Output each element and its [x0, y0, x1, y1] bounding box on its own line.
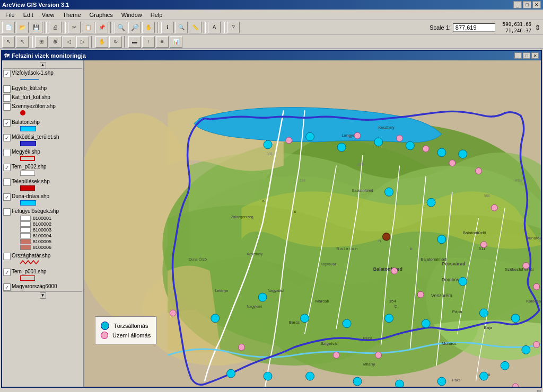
- layer-egyeb-kut-check[interactable]: [3, 85, 11, 93]
- layer-balaton-check[interactable]: ✓: [3, 119, 11, 127]
- inner-maximize-button[interactable]: □: [523, 52, 530, 59]
- menu-help[interactable]: Help: [147, 11, 166, 19]
- zoom-next-button[interactable]: ▷: [76, 36, 89, 48]
- scale-input[interactable]: [453, 23, 495, 32]
- layer-orszaghatár[interactable]: Országhatár.shp: [3, 252, 82, 268]
- zoom-out-button[interactable]: 🔎: [128, 22, 141, 33]
- print-button[interactable]: 🖨: [49, 22, 62, 33]
- north-arrow-button[interactable]: ↑: [142, 36, 155, 48]
- svg-point-88: [523, 263, 529, 269]
- layer-felugyelo-check[interactable]: [3, 208, 11, 216]
- layer-mukodesi[interactable]: ✓ Működési_terület.sh: [3, 133, 82, 148]
- identify-button[interactable]: ℹ: [161, 22, 174, 33]
- layer-mukodesi-check[interactable]: ✓: [3, 134, 11, 141]
- layer-tem-p002[interactable]: ✓ Tem_p002.shp: [3, 163, 82, 177]
- zoom-rect-button[interactable]: ⊞: [35, 36, 48, 48]
- svg-point-95: [333, 352, 339, 358]
- inner-body: ▲ ✓ Vízfolyások-1.shp Egyéb_kút.shp: [2, 60, 541, 387]
- layer-tem-p002-legend: [20, 171, 47, 176]
- scale-bar-button[interactable]: ▬: [128, 36, 141, 48]
- felugyelo-5: 8100005: [33, 239, 51, 244]
- help-tool-button[interactable]: ?: [227, 22, 240, 33]
- save-button[interactable]: 💾: [30, 22, 42, 33]
- zoom-full-button[interactable]: ⊕: [49, 36, 62, 48]
- menu-theme[interactable]: Theme: [59, 11, 84, 19]
- layer-megyek-check[interactable]: [3, 149, 11, 156]
- layer-kat-furt-kut[interactable]: Kat_fúrt_kút.shp: [3, 93, 82, 102]
- copy-button[interactable]: 📋: [82, 22, 94, 33]
- zoom-in-button[interactable]: 🔍: [115, 22, 127, 33]
- toc-scroll-up[interactable]: ▲: [40, 62, 46, 68]
- title-bar-controls: _ □ ✕: [513, 1, 541, 8]
- layer-duna-drava[interactable]: ✓ Duna-dráva.shp: [3, 192, 82, 207]
- svg-point-81: [354, 132, 361, 139]
- layer-telepulesek-check[interactable]: [3, 179, 11, 186]
- svg-text:354: 354: [389, 299, 397, 304]
- menu-window[interactable]: Window: [118, 11, 145, 19]
- svg-text:Marcali: Marcali: [315, 299, 329, 304]
- menu-graphics[interactable]: Graphics: [86, 11, 116, 19]
- svg-point-65: [522, 346, 530, 354]
- svg-point-98: [383, 233, 390, 240]
- layer-magyarorszag-check[interactable]: ✓: [3, 283, 11, 291]
- layer-szennyezoforr-check[interactable]: [3, 103, 11, 111]
- layer-egyeb-kut[interactable]: Egyéb_kút.shp: [3, 84, 82, 93]
- chart-button[interactable]: 📊: [170, 36, 182, 48]
- svg-text:386: 386: [484, 194, 490, 198]
- layer-tem-p001[interactable]: ✓ Tem_p001.shp: [3, 268, 82, 282]
- open-button[interactable]: 📂: [16, 22, 29, 33]
- layer-balaton[interactable]: ✓ Balaton.shp: [3, 118, 82, 133]
- zoom-prev-button[interactable]: ◁: [63, 36, 75, 48]
- rotate-button[interactable]: ↻: [109, 36, 122, 48]
- inner-close-button[interactable]: ✕: [531, 52, 539, 59]
- layer-vizfolyasok[interactable]: ✓ Vízfolyások-1.shp: [3, 69, 82, 84]
- new-button[interactable]: 📄: [2, 22, 15, 33]
- svg-text:Zalaegerszeg: Zalaegerszeg: [231, 215, 253, 219]
- layer-duna-drava-check[interactable]: ✓: [3, 193, 11, 201]
- close-button[interactable]: ✕: [532, 1, 541, 8]
- toolbar-sep-1: [45, 22, 47, 33]
- map-area[interactable]: Langyár Keszthely K ú B a l a t o n Bala…: [84, 60, 541, 387]
- resize-icon[interactable]: ⊞: [537, 389, 541, 393]
- pointer-button[interactable]: ↖: [16, 36, 29, 48]
- layer-tem-p001-label: Tem_p001.shp: [12, 269, 47, 274]
- layer-kat-furt-kut-check[interactable]: [3, 94, 11, 102]
- layer-tem-p002-check[interactable]: ✓: [3, 164, 11, 171]
- legend-button[interactable]: ≡: [156, 36, 169, 48]
- inner-minimize-button[interactable]: _: [514, 52, 522, 59]
- measure-button[interactable]: 📏: [189, 22, 202, 33]
- menu-file[interactable]: File: [2, 11, 18, 19]
- menu-view[interactable]: View: [39, 11, 58, 19]
- layer-tem-p001-check[interactable]: ✓: [3, 269, 11, 276]
- layer-szennyezoforr[interactable]: Szennyezőforr.shp: [3, 102, 82, 118]
- layer-felugyelo[interactable]: Felügyelőségek.shp 8100001 8100002 81000…: [3, 207, 82, 252]
- pan-button[interactable]: ✋: [142, 22, 155, 33]
- find-button[interactable]: 🔍: [175, 22, 188, 33]
- svg-point-86: [491, 204, 497, 211]
- select-arrow-button[interactable]: ↖: [2, 36, 15, 48]
- layer-magyarorszag[interactable]: ✓ Magyarország6000: [3, 282, 82, 291]
- toolbar-sep-4: [157, 22, 159, 33]
- svg-text:Pápa: Pápa: [452, 309, 462, 314]
- svg-point-97: [170, 310, 176, 316]
- layer-telepulesek[interactable]: Települések.shp: [3, 177, 82, 192]
- toc-scroll-down[interactable]: ▼: [40, 292, 46, 299]
- paste-button[interactable]: 📌: [95, 22, 108, 33]
- svg-text:Barcs: Barcs: [289, 320, 300, 325]
- cut-button[interactable]: ✂: [68, 22, 81, 33]
- layer-vizfolyasok-check[interactable]: ✓: [3, 70, 11, 77]
- legend-uzemi-icon: [101, 332, 108, 339]
- pan2-button[interactable]: ✋: [95, 36, 108, 48]
- maximize-button[interactable]: □: [523, 1, 531, 8]
- svg-point-75: [301, 314, 309, 323]
- svg-point-80: [286, 137, 292, 144]
- label-button[interactable]: A: [208, 22, 221, 33]
- menu-edit[interactable]: Edit: [20, 11, 37, 19]
- minimize-button[interactable]: _: [513, 1, 522, 8]
- layer-megyek[interactable]: Megyék.shp: [3, 148, 82, 163]
- svg-point-94: [375, 352, 382, 358]
- toolbar-sep-3: [110, 22, 112, 33]
- svg-text:289: 289: [357, 163, 364, 166]
- svg-text:Kaposvár: Kaposvár: [320, 262, 336, 266]
- layer-orszaghatár-check[interactable]: [3, 253, 11, 260]
